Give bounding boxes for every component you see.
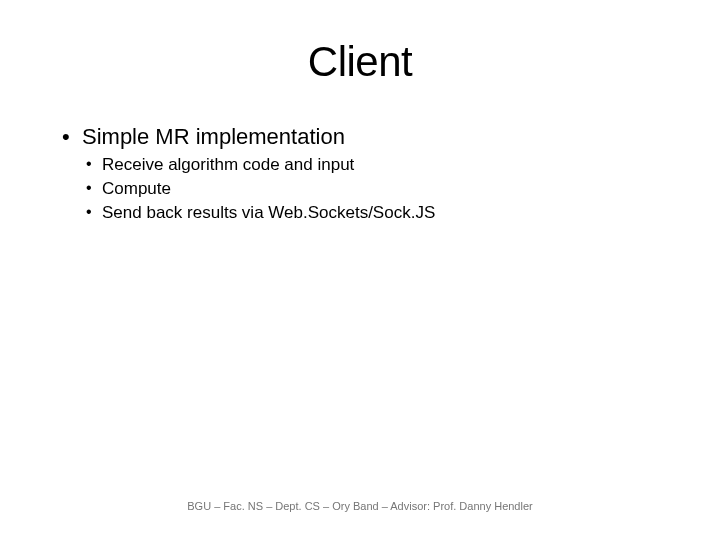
bullet-list-level1: Simple MR implementation Receive algorit… — [60, 124, 660, 224]
slide-footer: BGU – Fac. NS – Dept. CS – Ory Band – Ad… — [0, 500, 720, 512]
bullet-sub-1: Receive algorithm code and input — [82, 154, 660, 176]
bullet-main: Simple MR implementation Receive algorit… — [60, 124, 660, 224]
bullet-list-level2: Receive algorithm code and input Compute… — [82, 154, 660, 224]
bullet-main-text: Simple MR implementation — [82, 124, 345, 149]
bullet-sub-3: Send back results via Web.Sockets/Sock.J… — [82, 202, 660, 224]
slide-container: Client Simple MR implementation Receive … — [0, 0, 720, 540]
bullet-sub-2: Compute — [82, 178, 660, 200]
slide-title: Client — [60, 38, 660, 86]
slide-content: Simple MR implementation Receive algorit… — [60, 124, 660, 224]
